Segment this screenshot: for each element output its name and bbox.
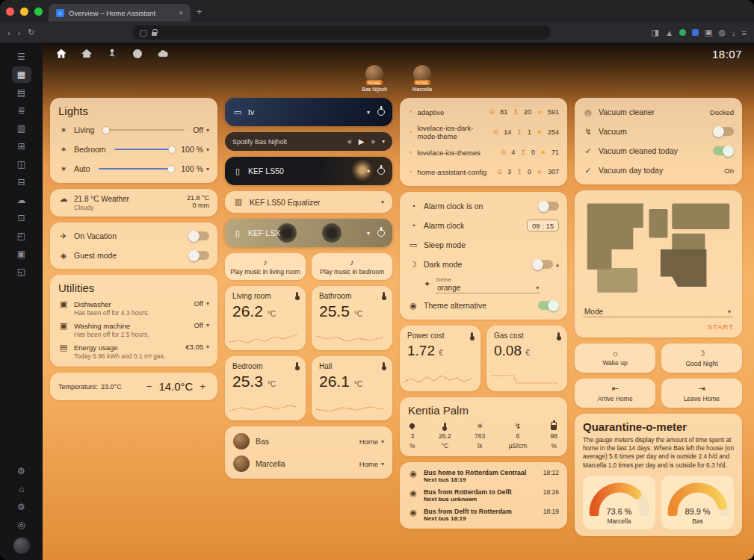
vacuum-map[interactable] [583, 197, 734, 300]
extensions-icon[interactable]: ◨ [652, 28, 659, 37]
browser-tab[interactable]: ⌂ Overview – Home Assistant × [49, 4, 191, 22]
tab-cloud-icon[interactable] [156, 47, 170, 60]
theme-alt-toggle[interactable] [538, 301, 559, 310]
sidebar-item-4[interactable]: ⊞ [12, 138, 31, 155]
temp-card-bedroom[interactable]: Bedroom 25.3 °C [225, 356, 306, 420]
gauge-marcella[interactable]: 73.6 % Marcella [583, 476, 655, 529]
person-chip-bas[interactable]: HOME Bas Nijholt [355, 65, 394, 92]
sidebar-item-11[interactable]: ◱ [12, 264, 31, 280]
washing-machine-row[interactable]: ▣ Washing machine Has been off for 2.5 h… [58, 321, 209, 338]
spotify-bar[interactable]: Spotify Bas Nijholt « ▶ » ▾ [225, 132, 392, 151]
address-bar[interactable]: ▢ [132, 25, 551, 40]
repo-row[interactable]: ◔ home-assistant-config ⊙3 ↥0 ★307 [408, 164, 559, 179]
bus-row-1[interactable]: ◉ Bus home to Rotterdam Centraal Next bu… [408, 469, 559, 483]
chevron-down-icon[interactable]: ▾ [367, 109, 370, 116]
gas-cost-card[interactable]: Gas cost 0.08 € [486, 326, 567, 391]
sidebar-home-icon[interactable]: ⌂ [12, 481, 31, 497]
brightness-slider-living[interactable] [102, 129, 185, 131]
shield-icon[interactable]: ▲ [665, 28, 673, 37]
sidebar-item-5[interactable]: ◫ [12, 156, 31, 172]
close-tab-icon[interactable]: × [179, 9, 183, 17]
meet-extension-icon[interactable] [679, 29, 686, 36]
repo-row[interactable]: ◔ adaptive ⊙81 ↥20 ★591 [408, 105, 559, 119]
alarm-time-row[interactable]: ◔ Alarm clock 09 : 15 [408, 218, 559, 233]
sidebar-item-3[interactable]: ▥ [12, 120, 31, 137]
play-icon[interactable]: ▶ [359, 137, 365, 146]
alarm-toggle[interactable] [538, 202, 559, 211]
chevron-down-icon[interactable]: ▾ [367, 230, 370, 237]
dark-mode-toggle[interactable] [532, 260, 553, 269]
brightness-slider-bedroom[interactable] [114, 149, 173, 150]
vacation-row[interactable]: ✈ On Vacation [58, 228, 209, 243]
light-row-living[interactable]: ✶ Living Off▾ [58, 122, 209, 137]
temp-card-bathroom[interactable]: Bathroom 25.5 °C [312, 286, 392, 350]
kef-ls50-media-card[interactable]: ▯ KEF LS50 ▾ [225, 157, 392, 185]
notifications-bell-icon[interactable]: ◎ [12, 517, 31, 533]
reload-button[interactable]: ↻ [28, 28, 34, 37]
light-state-living[interactable]: Off▾ [193, 125, 209, 134]
temp-card-hall[interactable]: Hall 26.1 °C [312, 356, 392, 420]
zoom-window-button[interactable] [34, 7, 43, 16]
chevron-down-icon[interactable]: ▾ [381, 461, 384, 467]
tab-home-icon[interactable] [55, 47, 68, 60]
brightness-slider-auto[interactable] [99, 168, 173, 169]
play-music-living-button[interactable]: ♪ Play music in living room [225, 253, 306, 280]
forward-button[interactable]: › [18, 28, 21, 37]
chevron-down-icon[interactable]: ▾ [381, 199, 384, 205]
plant-card[interactable]: Kentia Palm 3% 26.2°C ☀763lx ↯6µS/cm 98% [400, 397, 567, 456]
theme-select[interactable]: orange▾ [436, 283, 540, 293]
power-icon[interactable] [377, 229, 385, 237]
vacation-toggle[interactable] [188, 231, 209, 240]
vacuum-cleaner-row[interactable]: ◎ Vacuum cleaner Docked [583, 105, 734, 119]
sidebar-item-1[interactable]: ▤ [12, 84, 31, 101]
play-music-bedroom-button[interactable]: ♪ Play music in bedroom [312, 253, 392, 280]
power-icon[interactable] [377, 167, 385, 175]
tab-vacuum-icon[interactable] [131, 47, 144, 60]
temp-decrease-button[interactable]: − [143, 381, 156, 392]
energy-cost[interactable]: €3.05▾ [185, 343, 209, 351]
close-window-button[interactable] [6, 7, 14, 16]
chevron-down-icon[interactable]: ▾ [381, 438, 384, 445]
profile-icon[interactable]: ◍ [718, 28, 726, 37]
guest-row[interactable]: ◈ Guest mode [58, 248, 209, 263]
light-row-bedroom[interactable]: ✶ Bedroom 100 %▾ [58, 142, 209, 157]
gauge-bas[interactable]: 89.9 % Bas [661, 476, 734, 529]
sidebar-item-overview[interactable]: ▦ [12, 66, 31, 83]
light-state-auto[interactable]: 100 %▾ [181, 164, 209, 173]
washing-machine-state[interactable]: Off▾ [194, 321, 209, 329]
bookmark-icon[interactable]: ▢ [140, 28, 147, 37]
dark-mode-row[interactable]: ☽ Dark mode ▴ [408, 257, 559, 272]
chevron-down-icon[interactable]: ▾ [367, 168, 370, 175]
cast-icon[interactable]: ▣ [705, 28, 712, 37]
temp-increase-button[interactable]: + [196, 381, 209, 392]
vacuum-mode-select[interactable]: Mode ▾ [583, 307, 732, 317]
alarm-on-row[interactable]: ◔ Alarm clock is on [408, 199, 559, 214]
chevron-down-icon[interactable]: ▾ [382, 138, 385, 145]
wake-up-button[interactable]: ☼ Wake up [575, 343, 655, 373]
good-night-button[interactable]: ☽ Good Night [661, 343, 742, 373]
minimize-window-button[interactable] [20, 7, 28, 16]
power-icon[interactable] [377, 108, 385, 116]
tab-floorplan-icon[interactable] [80, 47, 93, 60]
energy-row[interactable]: ▤ Energy usage Today 6.96 kWh and 0.1 m³… [58, 343, 209, 360]
sidebar-item-8[interactable]: ⊡ [12, 210, 31, 226]
sidebar-menu-icon[interactable]: ☰ [12, 49, 31, 65]
light-row-auto[interactable]: ✶ Auto 100 %▾ [58, 161, 209, 176]
temp-card-living-room[interactable]: Living room 26.2 °C [225, 286, 306, 350]
vacuum-cleaned-toggle[interactable] [713, 146, 734, 155]
sidebar-item-2[interactable]: ≣ [12, 102, 31, 119]
vacuum-day-row[interactable]: ✓ Vacuum day today On [583, 163, 734, 178]
bus-row-3[interactable]: ◉ Bus from Delft to Rotterdam Next bus 1… [408, 508, 559, 522]
bus-row-2[interactable]: ◉ Bus from Rotterdam to Delft Next bus u… [408, 488, 559, 503]
alarm-time-input[interactable]: 09 : 15 [527, 220, 559, 231]
developer-tools-icon[interactable]: ⚙ [12, 463, 31, 479]
sidebar-item-10[interactable]: ▣ [12, 246, 31, 262]
guest-toggle[interactable] [188, 251, 209, 260]
equalizer-card[interactable]: ▥ KEF LS50 Equalizer ▾ [225, 191, 392, 213]
power-cost-card[interactable]: Power cost 1.72 € [400, 326, 480, 391]
person-chip-marcella[interactable]: HOME Marcella [403, 65, 442, 92]
tab-person-icon[interactable] [105, 47, 119, 60]
dishwasher-state[interactable]: Off▾ [194, 299, 209, 308]
repo-row[interactable]: ◔ lovelace-ios-dark-mode-theme ⊙14 ↥1 ★2… [408, 124, 559, 140]
sidebar-item-7[interactable]: ☁ [12, 192, 31, 208]
